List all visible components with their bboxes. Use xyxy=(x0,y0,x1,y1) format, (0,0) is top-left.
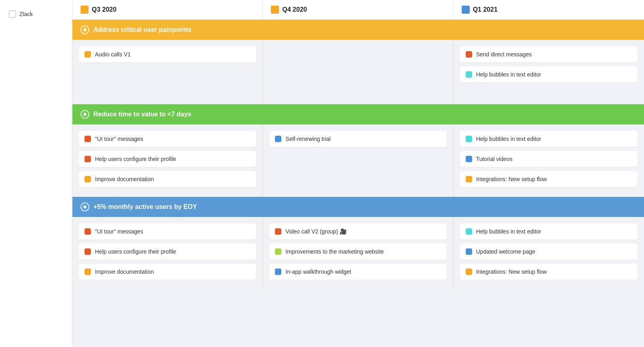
feature-card[interactable]: Tutorial videos xyxy=(460,151,638,167)
feature-card-label: Audio calls V1 xyxy=(95,51,131,58)
feature-dot-icon xyxy=(466,136,472,142)
swimlanes-container: Address critical user painpointsAudio ca… xyxy=(72,20,644,289)
feature-card[interactable]: "UI tour" messages xyxy=(79,223,256,240)
sidebar-item-zlack[interactable]: Zlack xyxy=(6,8,66,20)
col-header-q1: Q1 2021 xyxy=(454,0,644,19)
circle-progress-icon xyxy=(80,110,89,119)
swimlane-title: +5% monthly active users by EOY xyxy=(93,203,197,211)
feature-card-label: Help bubbles in text editor xyxy=(476,136,541,142)
q1-flag-icon xyxy=(462,6,470,14)
swimlane-body-0: Audio calls V1Send direct messagesHelp b… xyxy=(72,40,644,104)
feature-dot-icon xyxy=(466,269,472,275)
feature-dot-icon xyxy=(466,156,472,162)
swimlane-2: +5% monthly active users by EOY"UI tour"… xyxy=(72,197,644,289)
swimlane-title-bar-1: Reduce time to value to <7 days xyxy=(72,104,644,124)
feature-dot-icon xyxy=(466,228,472,235)
grid-container: Q3 2020 Q4 2020 Q1 2021 Address critical… xyxy=(72,0,644,289)
swimlane-col-0-0: Audio calls V1 xyxy=(72,40,263,104)
swimlane-title: Reduce time to value to <7 days xyxy=(93,111,191,118)
swimlane-col-1-2: Help bubbles in text editorTutorial vide… xyxy=(454,124,644,197)
feature-dot-icon xyxy=(466,71,472,78)
feature-card[interactable]: Video call V2 (group) 🎥 xyxy=(269,223,446,240)
feature-card[interactable]: "UI tour" messages xyxy=(79,131,256,147)
swimlane-col-2-0: "UI tour" messagesHelp users configure t… xyxy=(72,217,263,289)
feature-card-label: "UI tour" messages xyxy=(95,228,143,235)
feature-dot-icon xyxy=(85,228,91,235)
col-header-label-q3: Q3 2020 xyxy=(92,6,116,13)
feature-card[interactable]: Send direct messages xyxy=(460,46,638,62)
feature-dot-icon xyxy=(85,248,91,255)
feature-dot-icon xyxy=(466,176,472,182)
feature-card[interactable]: Integrations: New setup flow xyxy=(460,264,638,280)
feature-dot-icon xyxy=(85,269,91,275)
swimlane-col-0-1 xyxy=(263,40,453,104)
feature-card[interactable]: In-app walkthrough widget xyxy=(269,264,446,280)
feature-card[interactable]: Improve documentation xyxy=(79,171,256,187)
feature-card-label: Improve documentation xyxy=(95,176,154,182)
q4-flag-icon xyxy=(271,6,279,14)
feature-card-label: Help users configure their profile xyxy=(95,156,176,162)
swimlane-col-2-1: Video call V2 (group) 🎥Improvements to t… xyxy=(263,217,453,289)
swimlane-col-1-1: Self-renewing trial xyxy=(263,124,453,197)
feature-dot-icon xyxy=(85,136,91,142)
sidebar-item-label: Zlack xyxy=(19,11,33,17)
swimlane-col-1-0: "UI tour" messagesHelp users configure t… xyxy=(72,124,263,197)
sidebar: Zlack xyxy=(0,0,72,347)
feature-dot-icon xyxy=(85,176,91,182)
feature-card[interactable]: Help bubbles in text editor xyxy=(460,131,638,147)
swimlane-body-2: "UI tour" messagesHelp users configure t… xyxy=(72,217,644,289)
swimlane-body-1: "UI tour" messagesHelp users configure t… xyxy=(72,124,644,197)
swimlane-title-bar-0: Address critical user painpoints xyxy=(72,20,644,40)
feature-card[interactable]: Self-renewing trial xyxy=(269,131,446,147)
feature-card[interactable]: Audio calls V1 xyxy=(79,46,256,62)
feature-card-label: Help bubbles in text editor xyxy=(476,228,541,235)
feature-card[interactable]: Help users configure their profile xyxy=(79,244,256,260)
feature-card-label: Improvements to the marketing website xyxy=(285,248,384,255)
swimlane-col-0-2: Send direct messagesHelp bubbles in text… xyxy=(454,40,644,104)
circle-progress-icon xyxy=(80,25,89,34)
swimlane-col-2-2: Help bubbles in text editorUpdated welco… xyxy=(454,217,644,289)
swimlane-1: Reduce time to value to <7 days"UI tour"… xyxy=(72,104,644,197)
feature-card-label: In-app walkthrough widget xyxy=(285,269,351,275)
circle-progress-icon xyxy=(80,202,89,211)
feature-dot-icon xyxy=(85,156,91,162)
col-header-label-q1: Q1 2021 xyxy=(473,6,497,13)
feature-dot-icon xyxy=(275,269,281,275)
feature-dot-icon xyxy=(275,136,281,142)
main-content: Q3 2020 Q4 2020 Q1 2021 Address critical… xyxy=(72,0,644,347)
feature-card-label: Improve documentation xyxy=(95,269,154,275)
feature-dot-icon xyxy=(466,51,472,58)
col-header-label-q4: Q4 2020 xyxy=(282,6,307,13)
swimlane-0: Address critical user painpointsAudio ca… xyxy=(72,20,644,104)
swimlane-title: Address critical user painpoints xyxy=(93,26,192,33)
feature-card-label: Tutorial videos xyxy=(476,156,513,162)
feature-dot-icon xyxy=(275,228,281,235)
feature-card-label: Send direct messages xyxy=(476,51,532,58)
feature-card[interactable]: Updated welcome page xyxy=(460,244,638,260)
feature-dot-icon xyxy=(466,248,472,255)
feature-card-label: Video call V2 (group) 🎥 xyxy=(285,228,346,235)
feature-card[interactable]: Help bubbles in text editor xyxy=(460,66,638,83)
box-icon xyxy=(9,10,16,18)
feature-dot-icon xyxy=(85,51,91,58)
feature-card-label: "UI tour" messages xyxy=(95,136,143,142)
feature-card-label: Integrations: New setup flow xyxy=(476,269,547,275)
q3-flag-icon xyxy=(80,6,89,14)
feature-card[interactable]: Help bubbles in text editor xyxy=(460,223,638,240)
feature-card-label: Self-renewing trial xyxy=(285,136,330,142)
feature-card-label: Help bubbles in text editor xyxy=(476,71,541,78)
feature-card-label: Updated welcome page xyxy=(476,248,535,255)
columns-header: Q3 2020 Q4 2020 Q1 2021 xyxy=(72,0,644,20)
swimlane-title-bar-2: +5% monthly active users by EOY xyxy=(72,197,644,217)
feature-card[interactable]: Improve documentation xyxy=(79,264,256,280)
feature-card[interactable]: Improvements to the marketing website xyxy=(269,244,446,260)
feature-card-label: Help users configure their profile xyxy=(95,248,176,255)
col-header-q3: Q3 2020 xyxy=(72,0,263,19)
feature-card[interactable]: Integrations: New setup flow xyxy=(460,171,638,187)
feature-dot-icon xyxy=(275,248,281,255)
col-header-q4: Q4 2020 xyxy=(263,0,453,19)
feature-card-label: Integrations: New setup flow xyxy=(476,176,547,182)
feature-card[interactable]: Help users configure their profile xyxy=(79,151,256,167)
